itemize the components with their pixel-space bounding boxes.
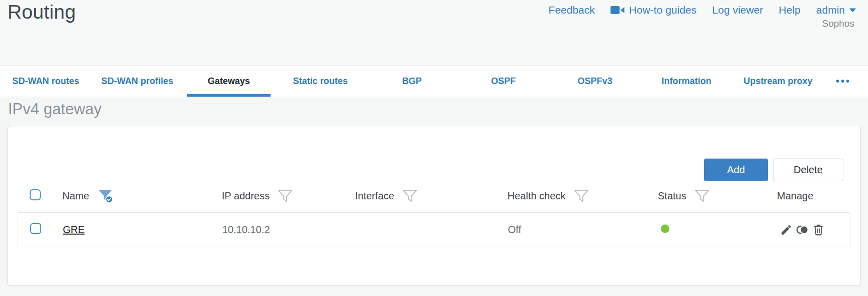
table-header-row: Name IP address: [18, 179, 850, 212]
user-name: admin: [816, 4, 845, 16]
filter-icon[interactable]: [278, 189, 293, 203]
filter-icon[interactable]: [695, 189, 710, 203]
feedback-link[interactable]: Feedback: [549, 4, 595, 16]
health-check-value: Off: [508, 224, 521, 235]
clone-icon[interactable]: [796, 224, 809, 236]
user-menu[interactable]: admin: [816, 4, 856, 16]
select-all-checkbox[interactable]: [30, 189, 41, 200]
ip-address-value: 10.10.10.2: [222, 224, 270, 235]
edit-pencil-icon[interactable]: [780, 224, 793, 236]
column-header-manage: Manage: [777, 190, 813, 202]
gateway-name-link[interactable]: GRE: [63, 224, 84, 235]
status-up-indicator: [661, 225, 669, 233]
page-title: Routing: [8, 0, 76, 25]
help-link[interactable]: Help: [779, 4, 801, 16]
tab-sdwan-routes[interactable]: SD-WAN routes: [0, 66, 92, 97]
utility-nav: Feedback How-to guides Log viewer Help a…: [549, 4, 856, 16]
column-header-interface: Interface: [355, 190, 394, 202]
gateway-panel: Add Delete Name IP: [7, 126, 861, 285]
top-header: Routing Feedback How-to guides Log viewe…: [0, 0, 868, 66]
row-checkbox[interactable]: [30, 223, 41, 234]
filter-icon[interactable]: [402, 189, 417, 203]
routing-page: Routing Feedback How-to guides Log viewe…: [0, 0, 868, 296]
table-body: GRE 10.10.10.2 Off: [18, 212, 850, 247]
delete-trash-icon[interactable]: [812, 224, 825, 236]
tab-information[interactable]: Information: [641, 66, 732, 97]
tab-gateways[interactable]: Gateways: [183, 66, 275, 97]
filter-icon[interactable]: [574, 189, 589, 203]
column-header-status: Status: [658, 190, 686, 202]
tab-ospfv3[interactable]: OSPFv3: [549, 66, 641, 97]
table-toolbar: Add Delete: [704, 159, 843, 181]
gateway-table: Name IP address: [18, 179, 850, 247]
column-header-name: Name: [62, 190, 89, 202]
delete-button[interactable]: Delete: [773, 159, 843, 181]
brand-label: Sophos: [822, 18, 854, 29]
tab-static-routes[interactable]: Static routes: [275, 66, 366, 97]
row-actions: [777, 224, 850, 236]
column-header-ip-address: IP address: [222, 190, 270, 202]
filter-active-icon[interactable]: [97, 188, 114, 203]
column-header-health-check: Health check: [507, 190, 566, 202]
tab-bar: SD-WAN routes SD-WAN profiles Gateways S…: [0, 66, 868, 97]
tab-ospf[interactable]: OSPF: [458, 66, 549, 97]
log-viewer-link[interactable]: Log viewer: [712, 4, 763, 16]
howto-guides-link[interactable]: How-to guides: [611, 4, 697, 16]
add-button[interactable]: Add: [704, 159, 768, 181]
table-row: GRE 10.10.10.2 Off: [18, 213, 850, 247]
section-heading: IPv4 gateway: [8, 100, 102, 118]
tabs-overflow-button[interactable]: •••: [824, 66, 863, 97]
video-camera-icon: [611, 5, 625, 15]
chevron-down-icon: [849, 8, 856, 13]
tab-upstream-proxy[interactable]: Upstream proxy: [732, 66, 824, 97]
tab-bgp[interactable]: BGP: [366, 66, 458, 97]
tab-sdwan-profiles[interactable]: SD-WAN profiles: [92, 66, 183, 97]
